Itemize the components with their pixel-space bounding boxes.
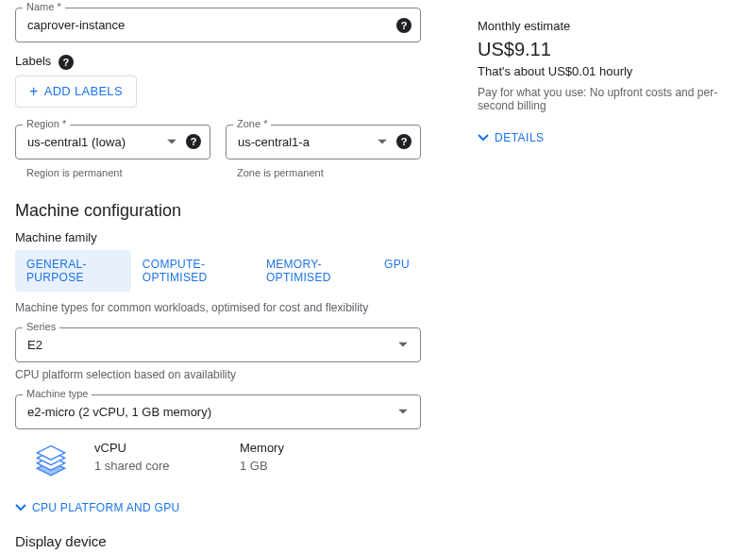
vcpu-label: vCPU	[94, 441, 217, 455]
estimate-note: Pay for what you use: No upfront costs a…	[478, 86, 741, 112]
tab-compute-optimised[interactable]: COMPUTE-OPTIMISED	[131, 250, 255, 292]
machine-type-label: Machine type	[23, 388, 92, 399]
help-icon[interactable]: ?	[186, 134, 201, 149]
region-field: Region * us-central1 (Iowa) ?	[15, 125, 210, 159]
memory-label: Memory	[240, 441, 362, 455]
display-device-title: Display device	[15, 533, 421, 549]
name-label: Name *	[23, 1, 65, 12]
machine-specs: vCPU 1 shared core Memory 1 GB	[15, 441, 421, 482]
estimate-price: US$9.11	[478, 39, 741, 60]
series-label: Series	[23, 321, 59, 332]
name-field: Name * ?	[15, 8, 421, 42]
tab-gpu[interactable]: GPU	[373, 250, 421, 292]
add-labels-button[interactable]: + ADD LABELS	[15, 75, 137, 108]
series-select[interactable]: E2	[15, 327, 421, 362]
name-input[interactable]	[15, 8, 421, 42]
cpu-platform-gpu-link[interactable]: CPU PLATFORM AND GPU	[15, 501, 179, 514]
zone-label: Zone *	[233, 118, 271, 129]
tab-description: Machine types for common workloads, opti…	[15, 301, 421, 314]
chevron-down-icon	[15, 501, 26, 514]
tab-general-purpose[interactable]: GENERAL-PURPOSE	[15, 250, 131, 292]
help-icon[interactable]: ?	[396, 134, 412, 149]
series-field: Series E2	[15, 327, 421, 362]
help-icon[interactable]: ?	[396, 18, 412, 33]
memory-value: 1 GB	[240, 459, 362, 473]
region-helper: Region is permanent	[15, 167, 210, 178]
region-select[interactable]: us-central1 (Iowa)	[15, 125, 210, 159]
estimate-hourly: That's about US$0.01 hourly	[478, 64, 741, 78]
machine-family-label: Machine family	[15, 230, 421, 244]
plus-icon: +	[29, 84, 39, 99]
region-label: Region *	[23, 118, 70, 129]
labels-heading: Labels ?	[15, 54, 421, 70]
machine-type-field: Machine type e2-micro (2 vCPU, 1 GB memo…	[15, 394, 421, 429]
estimate-panel: Monthly estimate US$9.11 That's about US…	[478, 8, 741, 553]
series-helper: CPU platform selection based on availabi…	[15, 368, 421, 381]
chevron-down-icon	[478, 131, 489, 144]
tab-memory-optimised[interactable]: MEMORY-OPTIMISED	[255, 250, 373, 292]
zone-select[interactable]: us-central1-a	[226, 125, 421, 159]
machine-type-icon	[30, 441, 72, 482]
machine-family-tabs: GENERAL-PURPOSE COMPUTE-OPTIMISED MEMORY…	[15, 250, 421, 292]
estimate-label: Monthly estimate	[478, 19, 741, 33]
machine-config-title: Machine configuration	[15, 201, 421, 221]
vcpu-value: 1 shared core	[94, 459, 217, 473]
help-icon[interactable]: ?	[59, 55, 74, 70]
machine-type-select[interactable]: e2-micro (2 vCPU, 1 GB memory)	[15, 394, 421, 429]
estimate-details-link[interactable]: DETAILS	[478, 131, 545, 144]
zone-field: Zone * us-central1-a ?	[226, 125, 421, 159]
zone-helper: Zone is permanent	[226, 167, 421, 178]
